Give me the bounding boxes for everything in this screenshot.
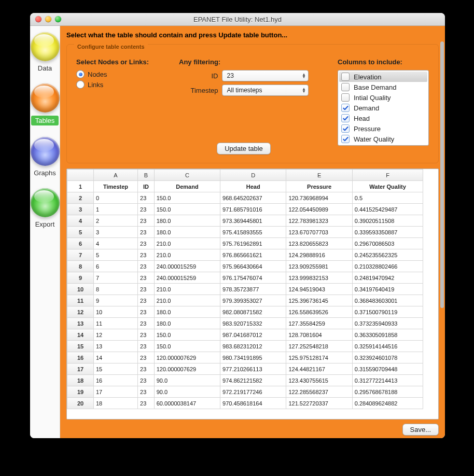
table-cell[interactable]: 0 [94,192,138,204]
table-cell[interactable]: 122.783981323 [286,215,352,227]
timestep-select[interactable]: All timesteps ▲▼ [222,85,309,96]
table-cell[interactable]: 126.558639526 [286,306,352,318]
table-cell[interactable]: 23 [138,341,155,352]
table-scroll[interactable]: ABCDEF 1TimestepIDDemandHeadPressureWate… [67,169,438,419]
column-letter[interactable]: A [94,170,138,181]
table-cell[interactable]: 3 [94,227,138,238]
table-cell[interactable]: 23 [138,295,155,306]
table-cell[interactable]: 122.054450989 [286,204,352,215]
column-letter[interactable]: B [138,170,155,181]
row-number[interactable]: 1 [67,181,94,192]
checkbox-icon[interactable] [341,124,350,133]
table-cell[interactable]: 976.865661621 [220,249,286,261]
table-cell[interactable]: 977.210266113 [220,363,286,375]
radio-links[interactable]: Links [76,80,164,89]
table-cell[interactable]: 120.736968994 [286,192,352,204]
table-cell[interactable]: 125.396736145 [286,295,352,306]
table-cell[interactable]: 13 [94,341,138,352]
table-cell[interactable]: 9 [94,295,138,306]
table-cell[interactable]: 0.39020511508 [352,215,423,227]
row-number[interactable]: 4 [67,215,94,227]
column-option[interactable]: Elevation [339,72,427,82]
column-option[interactable]: Demand [339,103,427,113]
column-letter[interactable]: D [220,170,286,181]
table-cell[interactable]: 982.080871582 [220,306,286,318]
sidebar-orb-export[interactable] [31,188,60,217]
row-number[interactable]: 9 [67,272,94,284]
save-button[interactable]: Save... [402,424,439,436]
table-cell[interactable]: 125.975128174 [286,352,352,363]
table-cell[interactable]: 90.0 [154,386,220,398]
table-cell[interactable]: 5 [94,249,138,261]
table-cell[interactable]: 23 [138,352,155,363]
row-number[interactable]: 3 [67,204,94,215]
table-cell[interactable]: 128.7081604 [286,329,352,341]
sidebar-orb-graphs[interactable] [31,137,60,166]
table-cell[interactable]: 0.5 [352,192,423,204]
table-cell[interactable]: 6 [94,261,138,272]
table-cell[interactable]: 17 [94,386,138,398]
column-option[interactable]: Water Quality [339,134,427,144]
table-cell[interactable]: 23 [138,238,155,249]
table-cell[interactable]: 180.0 [154,318,220,329]
sidebar-label-tables[interactable]: Tables [31,116,59,125]
table-cell[interactable]: 123.820655823 [286,238,352,249]
table-cell[interactable]: 127.252548218 [286,341,352,352]
table-cell[interactable]: 0.371500790119 [352,306,423,318]
table-cell[interactable]: 975.966430664 [220,261,286,272]
table-cell[interactable]: 0.210328802466 [352,261,423,272]
table-cell[interactable]: 90.0 [154,375,220,386]
row-number[interactable]: 19 [67,386,94,398]
sidebar-label-data[interactable]: Data [38,64,52,72]
table-cell[interactable]: 121.522720337 [286,398,352,409]
table-cell[interactable]: 976.175476074 [220,272,286,284]
table-cell[interactable]: 0.441525429487 [352,204,423,215]
table-cell[interactable]: 23 [138,227,155,238]
table-cell[interactable]: 2 [94,215,138,227]
table-cell[interactable]: 15 [94,363,138,375]
column-letter[interactable]: F [352,170,423,181]
table-cell[interactable]: 16 [94,375,138,386]
checkbox-icon[interactable] [341,135,350,143]
table-cell[interactable]: 124.94519043 [286,284,352,295]
table-cell[interactable]: 23 [138,215,155,227]
table-cell[interactable]: 123.430755615 [286,375,352,386]
scrollbar-track[interactable] [440,41,444,433]
table-cell[interactable]: 0.24819470942 [352,272,423,284]
table-cell[interactable]: 23 [138,375,155,386]
table-cell[interactable]: 23 [138,249,155,261]
column-letter[interactable]: E [286,170,352,181]
row-number[interactable]: 14 [67,329,94,341]
table-cell[interactable]: 240.000015259 [154,272,220,284]
table-cell[interactable]: 127.35584259 [286,318,352,329]
table-cell[interactable]: 980.734191895 [220,352,286,363]
table-cell[interactable]: 7 [94,272,138,284]
table-cell[interactable]: 23 [138,272,155,284]
table-cell[interactable]: 23 [138,192,155,204]
table-cell[interactable]: 0.323924601078 [352,352,423,363]
table-cell[interactable]: 974.862121582 [220,375,286,386]
table-cell[interactable]: 10 [94,306,138,318]
table-cell[interactable]: 0.325914144516 [352,341,423,352]
row-number[interactable]: 16 [67,352,94,363]
table-cell[interactable]: 123.670707703 [286,227,352,238]
table-cell[interactable]: 23 [138,318,155,329]
table-cell[interactable]: 0.373235940933 [352,318,423,329]
table-cell[interactable]: 150.0 [154,204,220,215]
table-cell[interactable]: 23 [138,329,155,341]
checkbox-icon[interactable] [341,114,350,122]
radio-nodes[interactable]: Nodes [76,70,164,78]
row-number[interactable]: 15 [67,341,94,352]
table-cell[interactable]: 120.000007629 [154,352,220,363]
table-cell[interactable]: 210.0 [154,249,220,261]
row-number[interactable]: 17 [67,363,94,375]
table-cell[interactable]: 150.0 [154,341,220,352]
table-cell[interactable]: 973.369445801 [220,215,286,227]
checkbox-icon[interactable] [341,83,350,91]
column-letter[interactable]: C [154,170,220,181]
sidebar-orb-data[interactable] [31,32,60,61]
row-number[interactable]: 20 [67,398,94,409]
table-cell[interactable]: 23 [138,284,155,295]
checkbox-icon[interactable] [341,93,350,102]
table-cell[interactable]: 23 [138,363,155,375]
